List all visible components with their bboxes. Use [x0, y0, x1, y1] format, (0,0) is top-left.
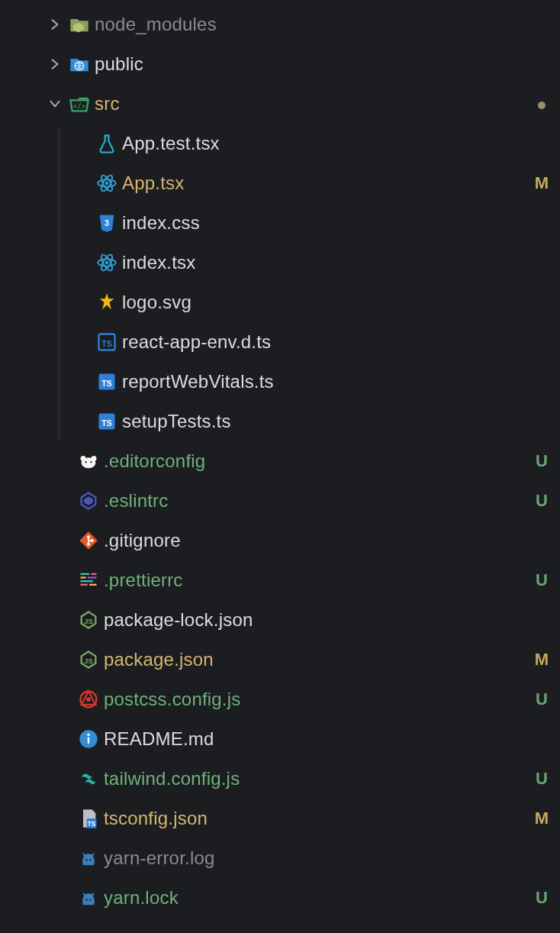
- file-label: setupTests.ts: [122, 411, 528, 432]
- info-icon: [73, 728, 104, 750]
- yarn-icon: [73, 887, 104, 909]
- file-label: index.css: [122, 212, 528, 234]
- git-status-badge: [528, 94, 560, 114]
- ts-outline-icon: [92, 331, 122, 353]
- git-status-badge: U: [528, 451, 560, 471]
- file-label: index.tsx: [122, 252, 528, 273]
- yarn-icon: [73, 847, 104, 869]
- flask-icon: [92, 133, 122, 154]
- tree-item-index-css[interactable]: index.css: [0, 203, 560, 243]
- file-label: yarn.lock: [104, 887, 528, 909]
- tree-item-public[interactable]: public: [0, 44, 560, 84]
- git-status-badge: M: [528, 173, 560, 193]
- tree-item-package-json[interactable]: package.jsonM: [0, 640, 560, 680]
- file-label: README.md: [104, 728, 528, 750]
- tree-item-index-tsx[interactable]: index.tsx: [0, 243, 560, 282]
- react-icon: [92, 173, 122, 194]
- tree-item-react-app-env[interactable]: react-app-env.d.ts: [0, 322, 560, 362]
- file-label: App.tsx: [122, 173, 528, 194]
- file-label: postcss.config.js: [104, 689, 528, 710]
- tree-item-yarn-lock[interactable]: yarn.lockU: [0, 878, 560, 918]
- chevron-right-icon[interactable]: [46, 18, 64, 31]
- git-status-badge: U: [528, 689, 560, 709]
- tree-item-prettierrc[interactable]: .prettierrcU: [0, 560, 560, 600]
- tree-item-readme[interactable]: README.md: [0, 719, 560, 759]
- nodejs-icon: [73, 609, 104, 631]
- tree-item-yarn-error[interactable]: yarn-error.log: [0, 838, 560, 878]
- file-label: .gitignore: [104, 530, 528, 551]
- tsconfig-icon: [73, 808, 104, 829]
- chevron-down-icon[interactable]: [46, 97, 64, 111]
- file-label: App.test.tsx: [122, 133, 528, 154]
- ts-solid-icon: [92, 371, 122, 392]
- file-label: tsconfig.json: [104, 808, 528, 829]
- svg-star-icon: [92, 292, 122, 313]
- file-label: react-app-env.d.ts: [122, 331, 528, 353]
- folder-dim-icon: [64, 14, 95, 35]
- file-label: logo.svg: [122, 292, 528, 313]
- tree-item-gitignore[interactable]: .gitignore: [0, 521, 560, 560]
- tree-item-report-web-vitals[interactable]: reportWebVitals.ts: [0, 362, 560, 402]
- tree-item-tsconfig[interactable]: tsconfig.jsonM: [0, 799, 560, 838]
- ts-solid-icon: [92, 411, 122, 432]
- tree-item-package-lock[interactable]: package-lock.json: [0, 600, 560, 640]
- file-label: .prettierrc: [104, 570, 528, 591]
- file-label: tailwind.config.js: [104, 768, 528, 789]
- tree-item-postcss[interactable]: postcss.config.jsU: [0, 680, 560, 719]
- file-label: reportWebVitals.ts: [122, 371, 528, 392]
- file-label: .editorconfig: [104, 450, 528, 472]
- file-label: yarn-error.log: [104, 847, 528, 869]
- editorconfig-icon: [73, 450, 104, 472]
- git-status-badge: U: [528, 888, 560, 908]
- tree-item-logo-svg[interactable]: logo.svg: [0, 282, 560, 322]
- nodejs-icon: [73, 649, 104, 670]
- git-status-badge: M: [528, 650, 560, 670]
- prettier-icon: [73, 570, 104, 591]
- tree-item-app-test[interactable]: App.test.tsx: [0, 124, 560, 163]
- tree-item-node_modules[interactable]: node_modules: [0, 5, 560, 44]
- file-label: src: [95, 93, 528, 115]
- tree-item-app-tsx[interactable]: App.tsxM: [0, 163, 560, 203]
- tree-item-src[interactable]: src: [0, 84, 560, 124]
- tree-item-setup-tests[interactable]: setupTests.ts: [0, 402, 560, 441]
- tree-item-eslintrc[interactable]: .eslintrcU: [0, 481, 560, 521]
- git-status-badge: U: [528, 769, 560, 789]
- react-icon: [92, 252, 122, 273]
- chevron-right-icon[interactable]: [46, 57, 64, 71]
- file-label: node_modules: [95, 14, 528, 35]
- folder-src-icon: [64, 93, 95, 115]
- file-tree: node_modulespublicsrcApp.test.tsxApp.tsx…: [0, 0, 560, 918]
- file-label: public: [95, 53, 528, 75]
- folder-public-icon: [64, 53, 95, 75]
- git-status-badge: U: [528, 491, 560, 511]
- tailwind-icon: [73, 768, 104, 789]
- file-explorer: node_modulespublicsrcApp.test.tsxApp.tsx…: [0, 0, 560, 918]
- file-label: package.json: [104, 649, 528, 670]
- css-icon: [92, 212, 122, 234]
- tree-item-editorconfig[interactable]: .editorconfigU: [0, 441, 560, 481]
- git-status-badge: U: [528, 570, 560, 590]
- postcss-icon: [73, 689, 104, 710]
- file-label: .eslintrc: [104, 490, 528, 512]
- file-label: package-lock.json: [104, 609, 528, 631]
- eslint-icon: [73, 490, 104, 512]
- git-status-badge: M: [528, 809, 560, 828]
- git-icon: [73, 530, 104, 551]
- tree-item-tailwind[interactable]: tailwind.config.jsU: [0, 759, 560, 799]
